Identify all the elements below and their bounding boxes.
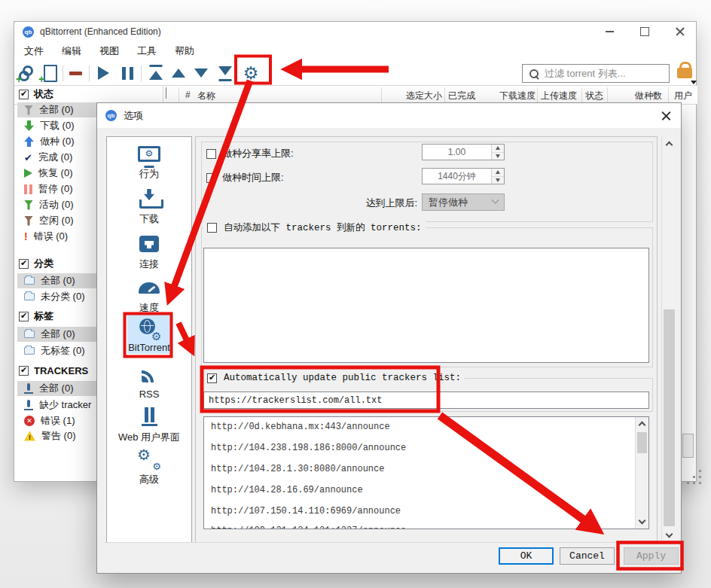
- scrollbar-thumb[interactable]: [664, 309, 675, 526]
- table-scrollbar-thumb[interactable]: [682, 434, 694, 458]
- column-status[interactable]: 状态: [585, 90, 603, 102]
- column-download-speed[interactable]: 下载速度: [475, 90, 536, 102]
- dialog-title: 选项: [124, 109, 143, 123]
- column-select-chevron[interactable]: [166, 87, 166, 98]
- trackers-list-url-input[interactable]: [203, 391, 649, 409]
- seed-time-spinner[interactable]: 1440分钟: [422, 168, 505, 184]
- lock-icon[interactable]: [677, 68, 692, 78]
- nav-item-behavior[interactable]: ⚙ 行为: [108, 143, 191, 181]
- column-completed[interactable]: 已完成: [448, 90, 475, 102]
- column-seeds[interactable]: 做种数: [611, 90, 662, 102]
- menu-file[interactable]: 文件: [24, 44, 44, 58]
- move-top-button[interactable]: [146, 63, 166, 83]
- arrow-bottom-icon: [218, 66, 232, 75]
- delete-button[interactable]: [66, 63, 85, 83]
- ok-button[interactable]: OK: [499, 547, 554, 565]
- nav-item-advanced[interactable]: ⚙⚙ 高级: [108, 449, 191, 486]
- menu-bar: 文件 编辑 视图 工具 帮助: [14, 41, 696, 61]
- nav-item-speed[interactable]: 速度: [108, 277, 191, 315]
- tags-checkbox[interactable]: [19, 312, 29, 321]
- lock-dropdown-caret[interactable]: [691, 81, 697, 84]
- move-down-button[interactable]: [191, 63, 211, 83]
- menu-view[interactable]: 视图: [99, 44, 119, 58]
- speed-gauge-icon: [139, 277, 160, 298]
- apply-button[interactable]: Apply: [624, 547, 679, 565]
- add-torrent-file-button[interactable]: +: [39, 63, 59, 83]
- auto-add-trackers-textarea[interactable]: [204, 248, 648, 362]
- tracker-url: http://104.28.1.30:8080/announce: [211, 464, 384, 474]
- download-arrow-icon: [24, 120, 34, 131]
- tracker-url: http://107.150.14.110:6969/announce: [211, 506, 401, 516]
- search-input[interactable]: [545, 68, 658, 79]
- menu-edit[interactable]: 编辑: [62, 44, 81, 58]
- move-up-button[interactable]: [169, 63, 188, 83]
- exclamation-icon: !: [24, 231, 28, 242]
- reached-limit-select[interactable]: 暂停做种: [422, 193, 505, 211]
- arrow-top-icon: [149, 71, 163, 80]
- column-name[interactable]: 名称: [197, 90, 215, 102]
- scroll-up-icon[interactable]: [666, 142, 673, 149]
- add-torrent-link-button[interactable]: +: [17, 63, 36, 83]
- qbittorrent-logo-icon: qb: [105, 110, 117, 121]
- auto-update-trackers-legend: Automatically update public trackers lis…: [203, 371, 465, 385]
- title-bar: qb qBittorrent (Enhanced Edition): [14, 22, 696, 41]
- categories-checkbox[interactable]: [19, 259, 29, 269]
- cancel-button[interactable]: Cancel: [560, 547, 615, 565]
- toolbar-separator: [89, 66, 90, 81]
- column-number[interactable]: #: [185, 90, 191, 100]
- nav-item-bittorrent[interactable]: ⚙ BitTorrent: [108, 318, 191, 353]
- nav-item-connection[interactable]: 连接: [108, 233, 191, 271]
- folder-icon: [24, 347, 35, 355]
- tracker-list-scrollbar[interactable]: [635, 417, 648, 529]
- column-upload-speed[interactable]: 上传速度: [541, 90, 577, 102]
- share-ratio-spinner[interactable]: 1.00: [422, 144, 505, 160]
- rss-icon: [140, 364, 158, 385]
- menu-tools[interactable]: 工具: [137, 44, 157, 58]
- pause-button[interactable]: [117, 63, 137, 83]
- funnel-icon: [24, 216, 33, 226]
- column-user[interactable]: 用户: [674, 90, 692, 102]
- reached-limit-row: 达到上限后:: [309, 197, 417, 210]
- tracker-url: http://104.238.198.186:8000/announce: [211, 443, 406, 453]
- error-circle-icon: ✕: [24, 416, 35, 426]
- dialog-close-icon[interactable]: [661, 110, 672, 121]
- search-box: [522, 64, 670, 83]
- auto-add-trackers-checkbox[interactable]: [207, 223, 217, 233]
- share-ratio-checkbox[interactable]: [206, 149, 216, 159]
- spin-down-icon[interactable]: [492, 177, 504, 184]
- options-button[interactable]: ⚙: [241, 63, 261, 83]
- scrollbar-thumb[interactable]: [637, 432, 647, 453]
- auto-update-trackers-checkbox[interactable]: [207, 373, 217, 383]
- menu-help[interactable]: 帮助: [175, 44, 194, 58]
- nav-item-downloads[interactable]: 下载: [108, 188, 191, 226]
- maximize-icon[interactable]: [639, 26, 650, 37]
- nav-item-rss[interactable]: RSS: [108, 364, 191, 400]
- spin-up-icon[interactable]: [492, 169, 504, 177]
- scroll-up-icon[interactable]: [639, 422, 646, 429]
- scroll-down-icon[interactable]: [666, 531, 673, 538]
- status-checkbox[interactable]: [19, 90, 29, 99]
- folder-icon: [24, 293, 35, 300]
- minimize-icon[interactable]: [604, 26, 615, 37]
- spin-down-icon[interactable]: [492, 153, 504, 160]
- resize-grip[interactable]: [687, 470, 703, 486]
- bittorrent-globe-icon: ⚙: [139, 318, 160, 339]
- public-trackers-list-box[interactable]: http://0d.kebhana.mx:443/announce http:/…: [203, 416, 649, 529]
- upload-arrow-icon: [24, 136, 34, 147]
- download-icon: [139, 188, 159, 209]
- web-ui-icon: [139, 407, 159, 428]
- seed-time-checkbox[interactable]: [206, 173, 216, 183]
- filter-section-trackers: TRACKERS: [19, 364, 88, 377]
- trackers-checkbox[interactable]: [19, 366, 29, 376]
- move-bottom-button[interactable]: [215, 63, 235, 83]
- column-selected-size[interactable]: 选定大小: [377, 90, 442, 102]
- dialog-scrollbar[interactable]: [661, 136, 676, 543]
- warning-triangle-icon: !: [24, 431, 35, 441]
- close-icon[interactable]: [675, 26, 685, 37]
- pause-icon: [122, 67, 133, 80]
- scroll-down-icon[interactable]: [639, 517, 646, 525]
- funnel-icon: [24, 105, 33, 115]
- nav-item-webui[interactable]: Web 用户界面: [108, 407, 191, 444]
- spin-up-icon[interactable]: [492, 145, 504, 153]
- resume-button[interactable]: [93, 63, 113, 83]
